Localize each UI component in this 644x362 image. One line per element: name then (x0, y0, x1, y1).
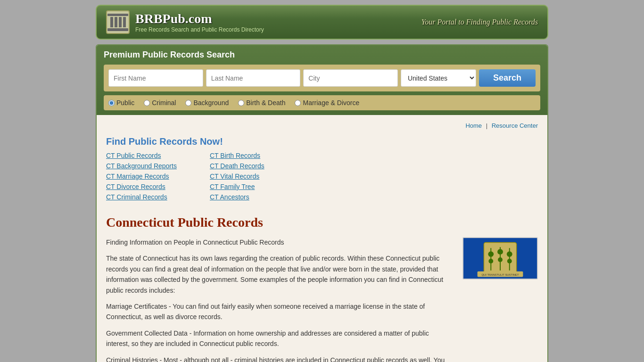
svg-point-9 (507, 251, 512, 257)
content-area: Home | Resource Center Find Public Recor… (97, 115, 547, 362)
site-title: BRBPub.com (135, 11, 264, 26)
link-ct-birth-records[interactable]: CT Birth Records (210, 152, 304, 159)
logo-icon (106, 10, 130, 34)
find-records-heading: Find Public Records Now! (106, 136, 538, 147)
search-section-title: Premium Public Records Search (104, 50, 540, 60)
link-ct-death-records[interactable]: CT Death Records (210, 162, 304, 170)
radio-criminal[interactable]: Criminal (144, 99, 176, 107)
breadcrumb-separator: | (486, 122, 489, 129)
svg-point-8 (498, 257, 503, 262)
breadcrumb-home[interactable]: Home (465, 122, 482, 129)
state-text: Finding Information on People in Connect… (106, 237, 453, 362)
logo-area: BRBPub.com Free Records Search and Publi… (106, 10, 264, 34)
last-name-input[interactable] (206, 69, 301, 87)
svg-point-6 (488, 259, 493, 263)
city-input[interactable] (303, 69, 398, 87)
state-content: Finding Information on People in Connect… (106, 237, 538, 362)
site-subtitle: Free Records Search and Public Records D… (135, 26, 264, 33)
link-ct-vital-records[interactable]: CT Vital Records (210, 173, 304, 180)
header-tagline: Your Portal to Finding Public Records (421, 18, 538, 26)
flag-svg: QUI TRANSTULIT SUSTINET (463, 238, 537, 279)
svg-point-7 (497, 249, 503, 255)
country-select[interactable]: United States (401, 69, 476, 87)
state-body2: Marriage Certificates - You can find out… (106, 301, 453, 322)
main-container: Premium Public Records Search United Sta… (96, 44, 548, 362)
breadcrumb: Home | Resource Center (106, 122, 538, 129)
records-links: CT Public Records CT Background Reports … (106, 152, 538, 201)
link-ct-public-records[interactable]: CT Public Records (106, 152, 200, 159)
radio-public[interactable]: Public (108, 99, 134, 107)
svg-point-5 (488, 251, 494, 257)
link-ct-background-reports[interactable]: CT Background Reports (106, 162, 200, 170)
link-ct-family-tree[interactable]: CT Family Tree (210, 183, 304, 190)
header-text: BRBPub.com Free Records Search and Publi… (135, 11, 264, 33)
link-ct-criminal-records[interactable]: CT Criminal Records (106, 193, 200, 201)
state-heading: Connecticut Public Records (106, 215, 538, 230)
svg-text:QUI TRANSTULIT SUSTINET: QUI TRANSTULIT SUSTINET (481, 273, 519, 276)
records-col-1: CT Public Records CT Background Reports … (106, 152, 200, 201)
search-radio-options: Public Criminal Background Birth & Death… (104, 95, 540, 110)
link-ct-ancestors[interactable]: CT Ancestors (210, 193, 304, 201)
radio-birth-death[interactable]: Birth & Death (238, 99, 285, 107)
search-form: United States Search (104, 65, 540, 91)
state-flag: QUI TRANSTULIT SUSTINET (462, 237, 538, 280)
find-records-section: Find Public Records Now! CT Public Recor… (106, 136, 538, 201)
search-section: Premium Public Records Search United Sta… (97, 45, 547, 115)
state-section: Connecticut Public Records Finding Infor… (106, 215, 538, 362)
state-body1: The state of Connecticut has its own law… (106, 253, 453, 296)
state-body4: Criminal Histories - Most - although not… (106, 355, 453, 362)
first-name-input[interactable] (108, 69, 203, 87)
state-intro: Finding Information on People in Connect… (106, 237, 453, 247)
breadcrumb-resource-center[interactable]: Resource Center (492, 122, 538, 129)
radio-background[interactable]: Background (185, 99, 229, 107)
link-ct-divorce-records[interactable]: CT Divorce Records (106, 183, 200, 190)
site-header: BRBPub.com Free Records Search and Publi… (96, 5, 548, 40)
state-body3: Government Collected Data - Information … (106, 328, 453, 349)
radio-marriage-divorce[interactable]: Marriage & Divorce (295, 99, 359, 107)
search-button[interactable]: Search (479, 69, 536, 87)
records-col-2: CT Birth Records CT Death Records CT Vit… (210, 152, 304, 201)
link-ct-marriage-records[interactable]: CT Marriage Records (106, 173, 200, 180)
svg-point-10 (507, 259, 512, 263)
